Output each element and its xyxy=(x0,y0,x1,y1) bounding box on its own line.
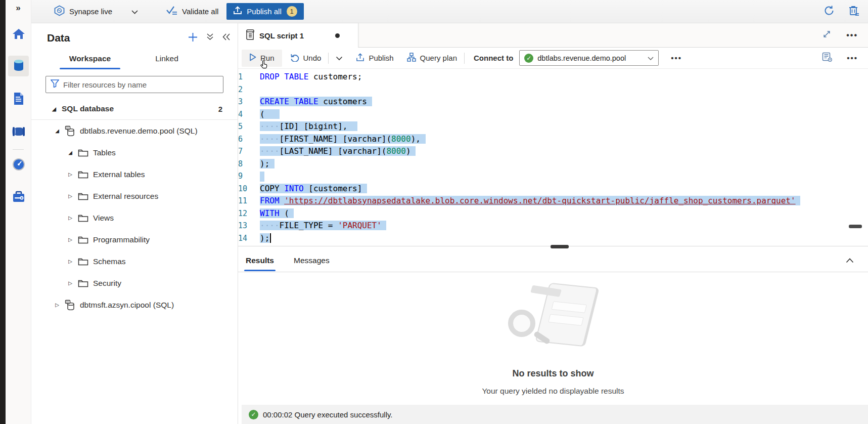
code-line-12[interactable]: 12WITH ( xyxy=(238,207,868,220)
code-line-9[interactable]: 9 xyxy=(238,170,868,183)
text-cursor xyxy=(270,233,271,243)
nav-data-button[interactable] xyxy=(8,56,29,76)
code-line-14[interactable]: 14); xyxy=(238,232,868,245)
chevron-down-icon xyxy=(648,54,654,62)
code-line-1[interactable]: 1DROP TABLE customers; xyxy=(238,71,868,83)
tree-item-views[interactable]: ▷Views xyxy=(31,207,238,229)
tree-item-sql-database[interactable]: ◢SQL database2 xyxy=(31,98,238,120)
collapsed-triangle-icon[interactable]: ▷ xyxy=(67,172,74,177)
validate-checklist-icon xyxy=(166,6,177,18)
undo-button[interactable]: Undo xyxy=(290,53,322,63)
folder-icon xyxy=(78,149,88,157)
tree-item-external-tables[interactable]: ▷External tables xyxy=(31,163,238,185)
collapsed-triangle-icon[interactable]: ▷ xyxy=(67,193,74,199)
green-check-icon: ✓ xyxy=(524,54,533,63)
editor-scrollbar-thumb[interactable] xyxy=(849,225,862,228)
tree-item-programmability[interactable]: ▷Programmability xyxy=(31,229,238,250)
publish-label: Publish xyxy=(369,54,393,62)
properties-settings-icon[interactable] xyxy=(822,52,833,64)
chevron-double-down-icon[interactable] xyxy=(206,33,214,43)
splitter-handle[interactable] xyxy=(551,245,569,248)
discard-trash-icon[interactable] xyxy=(849,5,859,18)
data-explorer-panel: Data WorkspaceLinked ◢SQL database2◢dbtl… xyxy=(31,23,238,424)
expand-nav-chevrons[interactable]: » xyxy=(6,3,31,13)
validate-all-button[interactable]: Validate all xyxy=(166,6,218,18)
nav-monitor-button[interactable] xyxy=(8,155,29,176)
nav-develop-button[interactable] xyxy=(8,89,29,110)
tab-workspace[interactable]: Workspace xyxy=(52,50,128,69)
sql-code-editor[interactable]: 1DROP TABLE customers;23CREATE TABLE cus… xyxy=(238,69,868,246)
run-options-chevron-icon[interactable] xyxy=(336,54,343,62)
code-line-2[interactable]: 2 xyxy=(238,83,868,96)
tab-sql-script-1[interactable]: SQL script 1 xyxy=(238,23,358,48)
document-tabstrip: SQL script 1 ••• xyxy=(238,23,868,48)
run-play-icon xyxy=(249,53,256,63)
code-line-6[interactable]: 6····[FIRST_NAME] [varchar](8000), xyxy=(238,133,868,146)
nav-manage-button[interactable] xyxy=(8,187,29,208)
run-label: Run xyxy=(260,54,275,62)
tree-item-tables[interactable]: ◢Tables xyxy=(31,142,238,163)
tree-item-dbtlabs-revenue-demo-pool-sql[interactable]: ◢dbtlabs.revenue.demo.pool (SQL) xyxy=(31,120,238,142)
line-number: 1 xyxy=(238,71,260,83)
line-number: 2 xyxy=(238,83,260,96)
more-ellipsis-icon[interactable]: ••• xyxy=(847,54,858,62)
tree-item-label: Views xyxy=(93,214,114,223)
collapsed-triangle-icon[interactable]: ▷ xyxy=(67,237,74,242)
query-plan-button[interactable]: Query plan xyxy=(407,53,457,63)
line-number: 5 xyxy=(238,120,260,133)
tree-item-label: dbtlabs.revenue.demo.pool (SQL) xyxy=(80,126,198,136)
expanded-triangle-icon[interactable]: ◢ xyxy=(51,106,58,112)
tree-item-label: Programmability xyxy=(93,235,150,244)
collapsed-triangle-icon[interactable]: ▷ xyxy=(67,280,74,286)
code-line-4[interactable]: 4( xyxy=(238,108,868,121)
pool-name: dbtlabs.revenue.demo.pool xyxy=(537,54,626,62)
chevron-down-icon[interactable] xyxy=(131,7,138,16)
expanded-triangle-icon[interactable]: ◢ xyxy=(54,128,61,134)
line-number: 13 xyxy=(238,220,260,232)
code-line-8[interactable]: 8); xyxy=(238,158,868,171)
nav-home-button[interactable] xyxy=(8,24,29,45)
line-number: 11 xyxy=(238,195,260,207)
nav-integrate-button[interactable] xyxy=(8,122,29,143)
refresh-icon[interactable] xyxy=(824,5,835,18)
folder-icon xyxy=(78,236,88,244)
filter-resources-input[interactable] xyxy=(63,80,218,89)
develop-document-icon xyxy=(13,92,24,107)
tree-item-dbtmsft-azsyn-cipool-sql[interactable]: ▷dbtmsft.azsyn.cipool (SQL) xyxy=(31,294,238,316)
connect-pool-dropdown[interactable]: ✓ dbtlabs.revenue.demo.pool xyxy=(519,50,659,66)
tree-item-label: SQL database xyxy=(62,104,114,113)
code-line-13[interactable]: 13····FILE_TYPE = 'PARQUET' xyxy=(238,220,868,232)
results-tab-messages[interactable]: Messages xyxy=(292,250,331,271)
run-button[interactable]: Run xyxy=(242,50,282,67)
window-edge-strip xyxy=(0,0,6,424)
add-plus-icon[interactable] xyxy=(188,32,198,44)
mode-selector[interactable]: Synapse live xyxy=(54,5,138,18)
more-ellipsis-icon[interactable]: ••• xyxy=(671,54,682,62)
empty-state-title: No results to show xyxy=(238,368,868,379)
chevron-up-icon[interactable] xyxy=(846,256,868,265)
tree-item-security[interactable]: ▷Security xyxy=(31,272,238,294)
collapsed-triangle-icon[interactable]: ▷ xyxy=(54,302,61,308)
code-line-11[interactable]: 11FROM 'https://dbtlabsynapsedatalake.bl… xyxy=(238,195,868,207)
publish-button[interactable]: Publish xyxy=(356,53,393,63)
tab-linked[interactable]: Linked xyxy=(128,50,205,69)
tree-item-external-resources[interactable]: ▷External resources xyxy=(31,185,238,207)
expanded-triangle-icon[interactable]: ◢ xyxy=(67,150,74,155)
collapse-panel-icon[interactable] xyxy=(222,33,231,43)
code-line-10[interactable]: 10COPY INTO [customers] xyxy=(238,183,868,195)
integrate-pipeline-icon xyxy=(12,126,26,139)
expand-fullscreen-icon[interactable] xyxy=(823,30,831,40)
monitor-gauge-icon xyxy=(12,158,25,173)
panel-title: Data xyxy=(47,32,70,44)
code-line-7[interactable]: 7····[LAST_NAME] [varchar](8000) xyxy=(238,145,868,158)
code-lines: 1DROP TABLE customers;23CREATE TABLE cus… xyxy=(238,71,868,244)
code-line-3[interactable]: 3CREATE TABLE customers xyxy=(238,96,868,108)
results-tab-results[interactable]: Results xyxy=(244,250,276,271)
collapsed-triangle-icon[interactable]: ▷ xyxy=(67,215,74,221)
collapsed-triangle-icon[interactable]: ▷ xyxy=(67,259,74,264)
connect-to-label: Connect to xyxy=(474,54,513,62)
publish-all-button[interactable]: Publish all 1 xyxy=(226,3,303,20)
tree-item-schemas[interactable]: ▷Schemas xyxy=(31,250,238,272)
code-line-5[interactable]: 5····[ID] [bigint], xyxy=(238,120,868,133)
more-ellipsis-icon[interactable]: ••• xyxy=(846,31,858,40)
